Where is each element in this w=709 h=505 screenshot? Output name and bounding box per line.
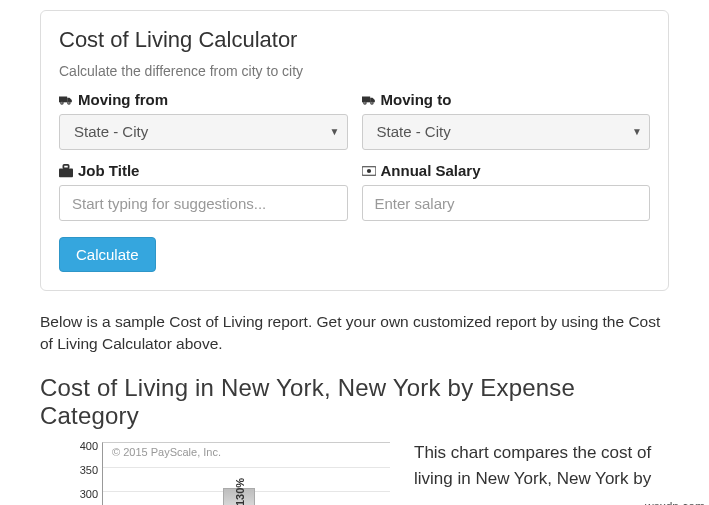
cost-chart: 400 350 300 130% © 2015 PayScale, Inc.	[40, 438, 390, 505]
svg-point-2	[68, 101, 70, 103]
moving-to-text: Moving to	[381, 91, 452, 108]
svg-rect-0	[59, 96, 67, 102]
watermark: wsxdn.com	[641, 499, 709, 505]
moving-to-select[interactable]: State - City	[362, 114, 651, 150]
chart-bar-label: 130%	[234, 478, 246, 505]
briefcase-icon	[59, 164, 73, 178]
moving-from-label: Moving from	[59, 91, 348, 108]
job-title-text: Job Title	[78, 162, 139, 179]
report-title: Cost of Living in New York, New York by …	[40, 374, 669, 430]
job-title-input[interactable]	[59, 185, 348, 221]
ytick-label: 400	[72, 440, 98, 452]
moving-from-text: Moving from	[78, 91, 168, 108]
svg-point-4	[363, 101, 365, 103]
panel-title: Cost of Living Calculator	[59, 27, 650, 53]
salary-input[interactable]	[362, 185, 651, 221]
money-icon	[362, 164, 376, 178]
ytick-label: 300	[72, 488, 98, 500]
moving-from-select[interactable]: State - City	[59, 114, 348, 150]
svg-rect-6	[59, 168, 73, 177]
svg-rect-7	[63, 164, 68, 168]
chart-copyright: © 2015 PayScale, Inc.	[112, 446, 221, 458]
ytick-label: 350	[72, 464, 98, 476]
panel-subtitle: Calculate the difference from city to ci…	[59, 63, 650, 79]
calculate-button[interactable]: Calculate	[59, 237, 156, 272]
salary-label: Annual Salary	[362, 162, 651, 179]
svg-point-1	[61, 101, 63, 103]
job-title-label: Job Title	[59, 162, 348, 179]
moving-to-label: Moving to	[362, 91, 651, 108]
salary-text: Annual Salary	[381, 162, 481, 179]
sample-description: Below is a sample Cost of Living report.…	[40, 311, 669, 356]
truck-icon	[59, 93, 73, 107]
svg-point-5	[370, 101, 372, 103]
report-text: This chart compares the cost of living i…	[414, 438, 669, 505]
svg-point-9	[366, 168, 370, 172]
svg-rect-3	[362, 96, 370, 102]
truck-icon	[362, 93, 376, 107]
calculator-panel: Cost of Living Calculator Calculate the …	[40, 10, 669, 291]
